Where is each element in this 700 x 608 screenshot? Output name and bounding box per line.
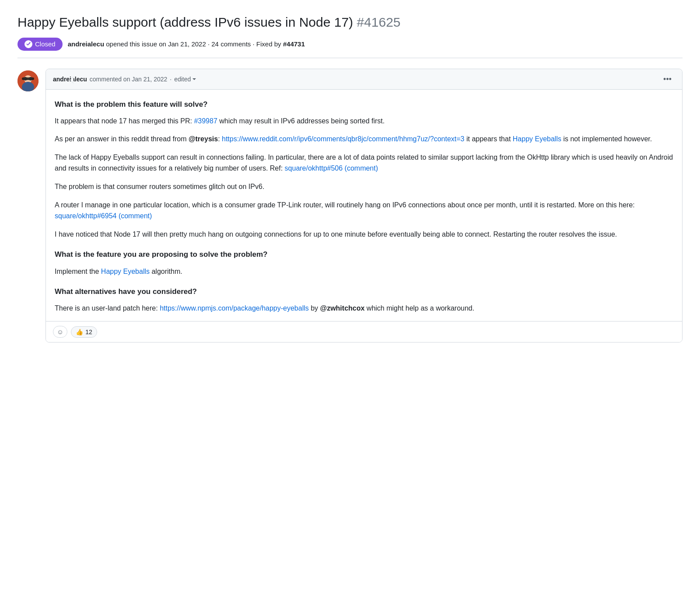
happy-eyeballs-link-1[interactable]: Happy Eyeballs bbox=[513, 135, 561, 143]
meta-opened-text: opened this issue on Jan 21, 2022 bbox=[106, 40, 206, 48]
comment-more-button[interactable]: ••• bbox=[660, 73, 675, 85]
title-text: Happy Eyeballs support (address IPv6 iss… bbox=[18, 15, 353, 29]
okhttp-6954-link[interactable]: square/okhttp#6954 (comment) bbox=[55, 212, 152, 220]
page-title: Happy Eyeballs support (address IPv6 iss… bbox=[18, 14, 682, 31]
happy-eyeballs-link-2[interactable]: Happy Eyeballs bbox=[101, 268, 150, 275]
paragraph-6: I have noticed that Node 17 will then pr… bbox=[55, 229, 673, 240]
comment-container: andreialecu commented on Jan 21, 2022 · … bbox=[18, 69, 682, 343]
paragraph-3: The lack of Happy Eyeballs support can r… bbox=[55, 152, 673, 174]
issue-number: #41625 bbox=[357, 15, 400, 29]
add-reaction-button[interactable]: ☺ bbox=[53, 326, 67, 338]
npmjs-link[interactable]: https://www.npmjs.com/package/happy-eyeb… bbox=[160, 304, 309, 312]
meta-text: andreialecu opened this issue on Jan 21,… bbox=[68, 40, 305, 48]
comment-dot: · bbox=[170, 76, 172, 83]
thumbs-up-icon: 👍 bbox=[76, 328, 83, 335]
avatar bbox=[18, 70, 38, 91]
comment-footer: ☺ 👍 12 bbox=[46, 321, 682, 342]
status-label: Closed bbox=[35, 40, 56, 48]
paragraph-7: Implement the Happy Eyeballs algorithm. bbox=[55, 266, 673, 277]
chevron-down-icon bbox=[192, 77, 196, 81]
svg-point-3 bbox=[24, 77, 27, 80]
mention-zwhitchcox: @zwhitchcox bbox=[320, 304, 365, 312]
thumbs-up-count: 12 bbox=[85, 328, 92, 335]
paragraph-8: There is an user-land patch here: https:… bbox=[55, 303, 673, 314]
check-circle-icon bbox=[24, 40, 32, 48]
comment-timestamp: commented on Jan 21, 2022 bbox=[90, 76, 167, 83]
comment-header: andreialecu commented on Jan 21, 2022 · … bbox=[46, 69, 682, 90]
smiley-icon: ☺ bbox=[57, 328, 63, 335]
more-dots-icon: ••• bbox=[663, 75, 672, 83]
okhttp-506-link[interactable]: square/okhttp#506 (comment) bbox=[285, 164, 378, 172]
pr-link[interactable]: #39987 bbox=[194, 117, 217, 125]
comment-header-left: andreialecu commented on Jan 21, 2022 · … bbox=[53, 76, 196, 83]
mention-treysis: @treysis bbox=[189, 135, 218, 143]
paragraph-5: A router I manage in one particular loca… bbox=[55, 199, 673, 222]
meta-author-link[interactable]: andreialecu bbox=[68, 40, 104, 48]
avatar-column bbox=[18, 69, 46, 343]
meta-fixed-by-link[interactable]: #44731 bbox=[283, 40, 305, 48]
comment-box: andreialecu commented on Jan 21, 2022 · … bbox=[46, 69, 682, 343]
avatar-svg bbox=[18, 70, 38, 91]
edited-badge[interactable]: edited bbox=[174, 76, 196, 83]
paragraph-4: The problem is that consumer routers som… bbox=[55, 181, 673, 192]
paragraph-2: As per an answer in this reddit thread f… bbox=[55, 133, 673, 145]
thumbs-up-reaction[interactable]: 👍 12 bbox=[71, 326, 97, 338]
issue-meta: Closed andreialecu opened this issue on … bbox=[18, 38, 682, 58]
paragraph-1: It appears that node 17 has merged this … bbox=[55, 115, 673, 127]
section-heading-1: What is the problem this feature will so… bbox=[55, 98, 673, 110]
edited-label: edited bbox=[174, 76, 191, 83]
section-heading-3: What alternatives have you considered? bbox=[55, 286, 673, 297]
reddit-link[interactable]: https://www.reddit.com/r/ipv6/comments/q… bbox=[222, 135, 464, 143]
meta-comments: 24 comments bbox=[211, 40, 251, 48]
svg-point-4 bbox=[29, 77, 32, 80]
comment-triangle bbox=[70, 77, 74, 84]
status-badge: Closed bbox=[18, 38, 63, 51]
comment-body: What is the problem this feature will so… bbox=[46, 90, 682, 321]
section-heading-2: What is the feature you are proposing to… bbox=[55, 248, 673, 260]
meta-fixed-by-label: Fixed by bbox=[256, 40, 281, 48]
